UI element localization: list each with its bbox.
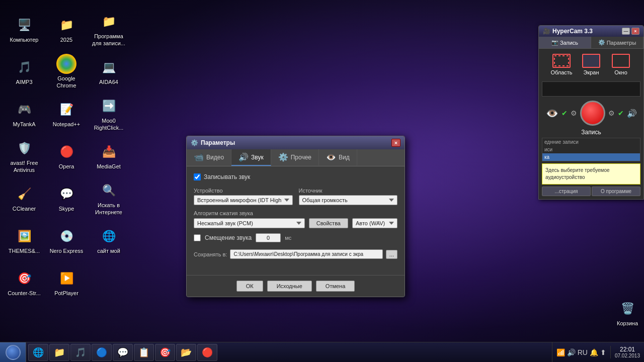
desktop-icon-ccleaner[interactable]: 🧹 CCleaner bbox=[4, 178, 44, 218]
list-header-2: иси bbox=[542, 146, 640, 153]
hypercam-mode-area[interactable]: Область bbox=[548, 52, 576, 77]
desktop-icon-opera[interactable]: 🔴 Opera bbox=[46, 136, 87, 176]
wav-select[interactable]: Авто (WAV) bbox=[352, 218, 397, 228]
taskbar-item-explorer[interactable]: 📁 bbox=[49, 344, 69, 361]
area-mode-label: Область bbox=[550, 69, 572, 75]
properties-button[interactable]: Свойства bbox=[309, 218, 348, 228]
themes-icon: 🖼️ bbox=[14, 226, 34, 246]
notepadpp-icon: 📝 bbox=[56, 100, 76, 120]
browse-button[interactable]: ... bbox=[386, 250, 397, 259]
taskbar: 🌐 📁 🎵 🔵 💬 📋 🎯 📂 bbox=[0, 342, 644, 362]
desktop-icon-mediaget[interactable]: 📥 MediaGet bbox=[89, 136, 129, 176]
hypercam-mode-window[interactable]: Окно bbox=[607, 52, 635, 77]
params-tab-sound[interactable]: 🔊 Звук bbox=[231, 149, 271, 166]
hypercam-record-button[interactable] bbox=[580, 101, 605, 126]
taskbar-item-folder[interactable]: 📂 bbox=[176, 344, 196, 361]
params-title-area: ⚙️ Параметры bbox=[191, 139, 235, 146]
hypercam-registration-button[interactable]: ...страция bbox=[542, 187, 591, 196]
hypercam-window: 🎥 HyperCam 3.3 — × 📷 Запись ⚙️ Параметры bbox=[538, 25, 644, 200]
2025-icon: 📁 bbox=[56, 15, 76, 35]
skype-tray-icon: 💬 bbox=[117, 347, 128, 358]
taskbar-item-media[interactable]: 🎵 bbox=[70, 344, 91, 361]
desktop-icon-aida64[interactable]: 💻 AIDA64 bbox=[89, 51, 129, 92]
device-select[interactable]: Встроенный микрофон (IDT High D bbox=[194, 195, 293, 205]
params-tab-video[interactable]: 📹 Видео bbox=[187, 149, 231, 166]
desktop-icon-iskat[interactable]: 🔍 Искать в Интернете bbox=[89, 178, 129, 218]
offset-label: Смещение звука bbox=[205, 234, 252, 241]
recycle-bin[interactable]: 🗑️ Корзина bbox=[615, 297, 640, 329]
desktop-icon-programa[interactable]: 📁 Программа для записи... bbox=[89, 9, 129, 49]
desktop-icon-computer[interactable]: 🖥️ Компьютер bbox=[4, 9, 44, 49]
taskbar-item-chrome-tray[interactable]: 🔵 bbox=[92, 344, 112, 361]
params-tab-other[interactable]: ⚙️ Прочее bbox=[271, 149, 319, 166]
desktop-icon-counterstrike[interactable]: 🎯 Counter-Str... bbox=[4, 262, 44, 303]
source-group: Источник Общая громкость bbox=[299, 188, 398, 205]
taskbar-clock[interactable]: 22:01 07.02.2013 bbox=[610, 346, 644, 358]
params-dialog-close-button[interactable]: × bbox=[391, 139, 400, 147]
save-row: Сохранять в: C:\Users\Михаил\Desktop\Про… bbox=[194, 249, 397, 259]
hypercam-tab-record-label: Запись bbox=[560, 40, 578, 46]
taskbar-item-ie[interactable]: 🌐 bbox=[28, 344, 48, 361]
moo0-label: Moo0 RightClick... bbox=[91, 118, 127, 131]
potplayer-icon: ▶️ bbox=[56, 268, 76, 289]
desktop-icon-skype[interactable]: 💬 Skype bbox=[46, 178, 87, 218]
hypercam-about-button[interactable]: О программе bbox=[592, 187, 640, 196]
taskbar-item-editor[interactable]: 📋 bbox=[134, 344, 154, 361]
taskbar-item-record[interactable]: 🔴 bbox=[197, 344, 217, 361]
opera-label: Opera bbox=[59, 163, 74, 170]
desktop-icon-mytanka[interactable]: 🎮 MyTankA bbox=[4, 94, 44, 134]
tray-icon-ru: RU bbox=[578, 348, 588, 356]
desktop-icon-moo0[interactable]: ➡️ Moo0 RightClick... bbox=[89, 94, 129, 134]
desktop-icon-chrome[interactable]: Google Chrome bbox=[46, 51, 87, 92]
desktop-icon-notepadpp[interactable]: 📝 Notepad++ bbox=[46, 94, 87, 134]
notepadpp-label: Notepad++ bbox=[53, 121, 80, 128]
desktop-icon-2025[interactable]: 📁 2025 bbox=[46, 9, 87, 49]
desktop-icon-nero[interactable]: 💿 Nero Express bbox=[46, 220, 87, 260]
recycle-bin-label: Корзина bbox=[617, 320, 638, 327]
aida64-icon: 💻 bbox=[99, 57, 119, 77]
offset-input[interactable] bbox=[256, 233, 281, 242]
hypercam-tab-record[interactable]: 📷 Запись bbox=[539, 37, 591, 48]
hypercam-titlebar[interactable]: 🎥 HyperCam 3.3 — × bbox=[539, 26, 643, 37]
hypercam-minimize-button[interactable]: — bbox=[622, 28, 630, 35]
hypercam-tab-params[interactable]: ⚙️ Параметры bbox=[591, 37, 643, 48]
aida64-label: AIDA64 bbox=[99, 79, 118, 85]
desktop-icon-avast[interactable]: 🛡️ avast! Free Antivirus bbox=[4, 136, 44, 176]
list-item-selected[interactable]: ка bbox=[542, 153, 640, 161]
desktop-icon-themes[interactable]: 🖼️ THEMES&... bbox=[4, 220, 44, 260]
desktop-icon-saitmoy[interactable]: 🌐 сайт мой bbox=[89, 220, 129, 260]
ie-icon: 🌐 bbox=[33, 347, 44, 358]
params-tab-view[interactable]: 👁️ Вид bbox=[319, 149, 357, 166]
offset-unit: мс bbox=[285, 235, 291, 241]
cam-check-icon: ✔ bbox=[561, 109, 568, 117]
save-path-display: C:\Users\Михаил\Desktop\Программа для за… bbox=[230, 249, 382, 259]
params-dialog-tabs: 📹 Видео 🔊 Звук ⚙️ Прочее 👁️ Вид bbox=[187, 149, 405, 166]
chrome-tray-icon: 🔵 bbox=[96, 347, 107, 358]
potplayer-label: PotPlayer bbox=[54, 290, 78, 297]
taskbar-item-skype[interactable]: 💬 bbox=[113, 344, 133, 361]
source-select[interactable]: Общая громкость bbox=[299, 195, 398, 205]
start-button[interactable] bbox=[0, 342, 26, 363]
moo0-icon: ➡️ bbox=[99, 96, 119, 116]
hypercam-close-button[interactable]: × bbox=[631, 28, 639, 35]
record-tray-icon: 🔴 bbox=[202, 347, 213, 358]
editor-tray-icon: 📋 bbox=[138, 347, 149, 358]
algo-select[interactable]: Несжатый звук (PCM) bbox=[194, 218, 305, 228]
params-dialog-titlebar[interactable]: ⚙️ Параметры × bbox=[187, 136, 405, 149]
screen-mode-icon bbox=[582, 54, 600, 68]
record-sound-checkbox[interactable] bbox=[194, 173, 201, 180]
desktop-icon-aimp3[interactable]: 🎵 AIMP3 bbox=[4, 51, 44, 92]
defaults-button[interactable]: Исходные bbox=[267, 281, 312, 292]
ok-button[interactable]: ОК bbox=[236, 281, 263, 292]
tray-icon-sound: 🔊 bbox=[567, 348, 576, 356]
desktop-icon-potplayer[interactable]: ▶️ PotPlayer bbox=[46, 262, 87, 303]
offset-checkbox[interactable] bbox=[194, 234, 201, 241]
taskbar-item-cs[interactable]: 🎯 bbox=[155, 344, 175, 361]
counterstrike-label: Counter-Str... bbox=[8, 290, 40, 297]
hypercam-mode-screen[interactable]: Экран bbox=[578, 52, 605, 77]
avast-label: avast! Free Antivirus bbox=[6, 160, 42, 173]
explorer-icon: 📁 bbox=[54, 347, 65, 358]
cancel-button[interactable]: Отмена bbox=[316, 281, 355, 292]
taskbar-items: 🌐 📁 🎵 🔵 💬 📋 🎯 📂 bbox=[26, 342, 552, 362]
window-mode-icon bbox=[612, 54, 630, 68]
